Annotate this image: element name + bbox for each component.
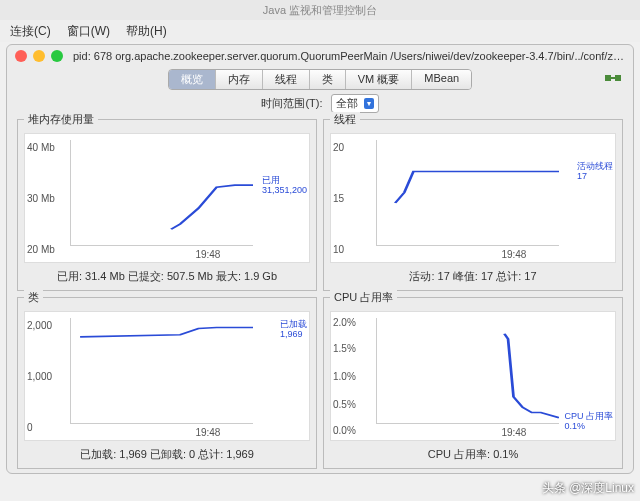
- connect-status-icon[interactable]: [603, 70, 623, 88]
- tab-bar: 概览 内存 线程 类 VM 概要 MBean: [168, 69, 472, 90]
- monitor-window: pid: 678 org.apache.zookeeper.server.quo…: [6, 44, 634, 474]
- ytick: 1.5%: [333, 342, 356, 353]
- series-label: CPU 占用率0.1%: [564, 412, 613, 432]
- series-label: 已加载1,969: [280, 320, 307, 340]
- panel-classes-title: 类: [24, 290, 43, 305]
- ytick: 0.5%: [333, 399, 356, 410]
- panel-heap-title: 堆内存使用量: [24, 112, 98, 127]
- svg-rect-1: [615, 75, 621, 81]
- window-title: pid: 678 org.apache.zookeeper.server.quo…: [73, 50, 625, 62]
- menu-window[interactable]: 窗口(W): [67, 23, 110, 40]
- chevron-down-icon: ▾: [364, 98, 374, 109]
- panel-cpu-title: CPU 占用率: [330, 290, 397, 305]
- series-label: 活动线程17: [577, 162, 613, 182]
- ytick: 1.0%: [333, 371, 356, 382]
- panel-cpu: CPU 占用率 2.0% 1.5% 1.0% 0.5% 0.0% CPU 占用率…: [323, 297, 623, 469]
- menu-help[interactable]: 帮助(H): [126, 23, 167, 40]
- tab-vm-summary[interactable]: VM 概要: [346, 70, 413, 89]
- panel-cpu-footer: CPU 占用率: 0.1%: [324, 445, 622, 468]
- chart-threads[interactable]: 20 15 10 活动线程17 19:48: [330, 133, 616, 263]
- xtick: 19:48: [501, 427, 526, 438]
- tab-overview[interactable]: 概览: [169, 70, 216, 89]
- chart-heap[interactable]: 40 Mb 30 Mb 20 Mb 已用31,351,200 19:48: [24, 133, 310, 263]
- ytick: 2.0%: [333, 317, 356, 328]
- panel-classes: 类 2,000 1,000 0 已加载1,969 19:48 已加载: 1,96…: [17, 297, 317, 469]
- ytick: 20 Mb: [27, 244, 55, 255]
- tab-threads[interactable]: 线程: [263, 70, 310, 89]
- panel-classes-footer: 已加载: 1,969 已卸载: 0 总计: 1,969: [18, 445, 316, 468]
- time-range-value: 全部: [336, 96, 358, 111]
- chart-classes[interactable]: 2,000 1,000 0 已加载1,969 19:48: [24, 311, 310, 441]
- close-icon[interactable]: [15, 50, 27, 62]
- ytick: 15: [333, 193, 344, 204]
- ytick: 20: [333, 141, 344, 152]
- ytick: 0: [27, 422, 33, 433]
- minimize-icon[interactable]: [33, 50, 45, 62]
- tab-mbean[interactable]: MBean: [412, 70, 471, 89]
- panel-threads: 线程 20 15 10 活动线程17 19:48 活动: 17 峰值: 17 总…: [323, 119, 623, 291]
- ytick: 40 Mb: [27, 141, 55, 152]
- xtick: 19:48: [501, 249, 526, 260]
- panel-threads-title: 线程: [330, 112, 360, 127]
- ytick: 30 Mb: [27, 193, 55, 204]
- zoom-icon[interactable]: [51, 50, 63, 62]
- menu-connect[interactable]: 连接(C): [10, 23, 51, 40]
- svg-rect-0: [605, 75, 611, 81]
- ytick: 0.0%: [333, 424, 356, 435]
- tab-memory[interactable]: 内存: [216, 70, 263, 89]
- series-label: 已用31,351,200: [262, 176, 307, 196]
- panel-heap: 堆内存使用量 40 Mb 30 Mb 20 Mb 已用31,351,200 19…: [17, 119, 317, 291]
- ytick: 1,000: [27, 371, 52, 382]
- tab-classes[interactable]: 类: [310, 70, 346, 89]
- time-range-select[interactable]: 全部 ▾: [331, 94, 379, 113]
- xtick: 19:48: [195, 249, 220, 260]
- xtick: 19:48: [195, 427, 220, 438]
- panel-threads-footer: 活动: 17 峰值: 17 总计: 17: [324, 267, 622, 290]
- panel-heap-footer: 已用: 31.4 Mb 已提交: 507.5 Mb 最大: 1.9 Gb: [18, 267, 316, 290]
- ytick: 10: [333, 244, 344, 255]
- time-range-label: 时间范围(T):: [261, 96, 322, 111]
- ytick: 2,000: [27, 319, 52, 330]
- watermark: 头条 @深度Linux: [542, 480, 634, 497]
- app-title: Java 监视和管理控制台: [0, 0, 640, 20]
- chart-cpu[interactable]: 2.0% 1.5% 1.0% 0.5% 0.0% CPU 占用率0.1% 19:…: [330, 311, 616, 441]
- menubar: 连接(C) 窗口(W) 帮助(H): [0, 20, 640, 42]
